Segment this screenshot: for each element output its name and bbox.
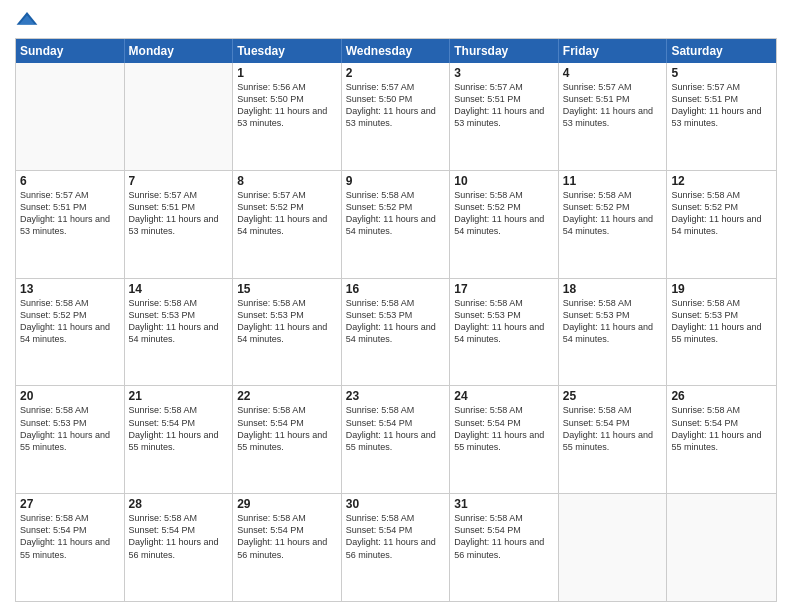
calendar-header: Sunday Monday Tuesday Wednesday Thursday… [16, 39, 776, 63]
cell-info: Sunrise: 5:58 AM Sunset: 5:53 PM Dayligh… [563, 298, 653, 344]
day-number: 17 [454, 282, 554, 296]
day-number: 28 [129, 497, 229, 511]
cell-info: Sunrise: 5:58 AM Sunset: 5:54 PM Dayligh… [346, 405, 436, 451]
cal-cell-4-2: 21Sunrise: 5:58 AM Sunset: 5:54 PM Dayli… [125, 386, 234, 493]
header-tuesday: Tuesday [233, 39, 342, 63]
calendar: Sunday Monday Tuesday Wednesday Thursday… [15, 38, 777, 602]
cell-info: Sunrise: 5:58 AM Sunset: 5:54 PM Dayligh… [346, 513, 436, 559]
week-row-1: 1Sunrise: 5:56 AM Sunset: 5:50 PM Daylig… [16, 63, 776, 170]
cal-cell-1-3: 1Sunrise: 5:56 AM Sunset: 5:50 PM Daylig… [233, 63, 342, 170]
day-number: 1 [237, 66, 337, 80]
cal-cell-1-6: 4Sunrise: 5:57 AM Sunset: 5:51 PM Daylig… [559, 63, 668, 170]
week-row-3: 13Sunrise: 5:58 AM Sunset: 5:52 PM Dayli… [16, 278, 776, 386]
day-number: 5 [671, 66, 772, 80]
logo-icon [15, 10, 39, 30]
cal-cell-4-3: 22Sunrise: 5:58 AM Sunset: 5:54 PM Dayli… [233, 386, 342, 493]
day-number: 30 [346, 497, 446, 511]
cal-cell-5-5: 31Sunrise: 5:58 AM Sunset: 5:54 PM Dayli… [450, 494, 559, 601]
cal-cell-4-5: 24Sunrise: 5:58 AM Sunset: 5:54 PM Dayli… [450, 386, 559, 493]
cell-info: Sunrise: 5:58 AM Sunset: 5:53 PM Dayligh… [129, 298, 219, 344]
day-number: 15 [237, 282, 337, 296]
cal-cell-5-1: 27Sunrise: 5:58 AM Sunset: 5:54 PM Dayli… [16, 494, 125, 601]
header-sunday: Sunday [16, 39, 125, 63]
cal-cell-5-7 [667, 494, 776, 601]
cal-cell-1-1 [16, 63, 125, 170]
cell-info: Sunrise: 5:58 AM Sunset: 5:52 PM Dayligh… [346, 190, 436, 236]
cal-cell-4-7: 26Sunrise: 5:58 AM Sunset: 5:54 PM Dayli… [667, 386, 776, 493]
cell-info: Sunrise: 5:58 AM Sunset: 5:54 PM Dayligh… [129, 405, 219, 451]
cell-info: Sunrise: 5:58 AM Sunset: 5:53 PM Dayligh… [20, 405, 110, 451]
day-number: 21 [129, 389, 229, 403]
header [15, 10, 777, 30]
cal-cell-2-4: 9Sunrise: 5:58 AM Sunset: 5:52 PM Daylig… [342, 171, 451, 278]
cell-info: Sunrise: 5:58 AM Sunset: 5:52 PM Dayligh… [20, 298, 110, 344]
cell-info: Sunrise: 5:58 AM Sunset: 5:54 PM Dayligh… [671, 405, 761, 451]
week-row-4: 20Sunrise: 5:58 AM Sunset: 5:53 PM Dayli… [16, 385, 776, 493]
cal-cell-1-5: 3Sunrise: 5:57 AM Sunset: 5:51 PM Daylig… [450, 63, 559, 170]
cell-info: Sunrise: 5:58 AM Sunset: 5:54 PM Dayligh… [237, 513, 327, 559]
calendar-body: 1Sunrise: 5:56 AM Sunset: 5:50 PM Daylig… [16, 63, 776, 601]
cal-cell-2-3: 8Sunrise: 5:57 AM Sunset: 5:52 PM Daylig… [233, 171, 342, 278]
page: Sunday Monday Tuesday Wednesday Thursday… [0, 0, 792, 612]
day-number: 9 [346, 174, 446, 188]
cell-info: Sunrise: 5:58 AM Sunset: 5:53 PM Dayligh… [671, 298, 761, 344]
cal-cell-5-6 [559, 494, 668, 601]
cal-cell-1-7: 5Sunrise: 5:57 AM Sunset: 5:51 PM Daylig… [667, 63, 776, 170]
cal-cell-5-4: 30Sunrise: 5:58 AM Sunset: 5:54 PM Dayli… [342, 494, 451, 601]
day-number: 22 [237, 389, 337, 403]
day-number: 23 [346, 389, 446, 403]
cal-cell-1-2 [125, 63, 234, 170]
cell-info: Sunrise: 5:57 AM Sunset: 5:51 PM Dayligh… [20, 190, 110, 236]
cal-cell-3-5: 17Sunrise: 5:58 AM Sunset: 5:53 PM Dayli… [450, 279, 559, 386]
day-number: 27 [20, 497, 120, 511]
day-number: 7 [129, 174, 229, 188]
day-number: 3 [454, 66, 554, 80]
cell-info: Sunrise: 5:58 AM Sunset: 5:52 PM Dayligh… [671, 190, 761, 236]
cell-info: Sunrise: 5:58 AM Sunset: 5:54 PM Dayligh… [563, 405, 653, 451]
cal-cell-2-1: 6Sunrise: 5:57 AM Sunset: 5:51 PM Daylig… [16, 171, 125, 278]
cal-cell-3-4: 16Sunrise: 5:58 AM Sunset: 5:53 PM Dayli… [342, 279, 451, 386]
cell-info: Sunrise: 5:58 AM Sunset: 5:54 PM Dayligh… [454, 513, 544, 559]
cell-info: Sunrise: 5:58 AM Sunset: 5:52 PM Dayligh… [563, 190, 653, 236]
day-number: 6 [20, 174, 120, 188]
cell-info: Sunrise: 5:57 AM Sunset: 5:50 PM Dayligh… [346, 82, 436, 128]
cell-info: Sunrise: 5:58 AM Sunset: 5:54 PM Dayligh… [454, 405, 544, 451]
cal-cell-2-2: 7Sunrise: 5:57 AM Sunset: 5:51 PM Daylig… [125, 171, 234, 278]
day-number: 31 [454, 497, 554, 511]
day-number: 25 [563, 389, 663, 403]
cal-cell-4-4: 23Sunrise: 5:58 AM Sunset: 5:54 PM Dayli… [342, 386, 451, 493]
day-number: 2 [346, 66, 446, 80]
cal-cell-4-6: 25Sunrise: 5:58 AM Sunset: 5:54 PM Dayli… [559, 386, 668, 493]
cell-info: Sunrise: 5:57 AM Sunset: 5:51 PM Dayligh… [454, 82, 544, 128]
cal-cell-3-7: 19Sunrise: 5:58 AM Sunset: 5:53 PM Dayli… [667, 279, 776, 386]
cell-info: Sunrise: 5:58 AM Sunset: 5:54 PM Dayligh… [129, 513, 219, 559]
cell-info: Sunrise: 5:58 AM Sunset: 5:53 PM Dayligh… [346, 298, 436, 344]
day-number: 4 [563, 66, 663, 80]
cal-cell-5-2: 28Sunrise: 5:58 AM Sunset: 5:54 PM Dayli… [125, 494, 234, 601]
cal-cell-4-1: 20Sunrise: 5:58 AM Sunset: 5:53 PM Dayli… [16, 386, 125, 493]
day-number: 8 [237, 174, 337, 188]
cell-info: Sunrise: 5:57 AM Sunset: 5:51 PM Dayligh… [671, 82, 761, 128]
header-saturday: Saturday [667, 39, 776, 63]
day-number: 29 [237, 497, 337, 511]
cell-info: Sunrise: 5:58 AM Sunset: 5:53 PM Dayligh… [237, 298, 327, 344]
cal-cell-3-1: 13Sunrise: 5:58 AM Sunset: 5:52 PM Dayli… [16, 279, 125, 386]
week-row-2: 6Sunrise: 5:57 AM Sunset: 5:51 PM Daylig… [16, 170, 776, 278]
cal-cell-2-7: 12Sunrise: 5:58 AM Sunset: 5:52 PM Dayli… [667, 171, 776, 278]
cell-info: Sunrise: 5:58 AM Sunset: 5:54 PM Dayligh… [20, 513, 110, 559]
day-number: 11 [563, 174, 663, 188]
cal-cell-2-6: 11Sunrise: 5:58 AM Sunset: 5:52 PM Dayli… [559, 171, 668, 278]
day-number: 16 [346, 282, 446, 296]
day-number: 24 [454, 389, 554, 403]
cell-info: Sunrise: 5:58 AM Sunset: 5:52 PM Dayligh… [454, 190, 544, 236]
cal-cell-3-6: 18Sunrise: 5:58 AM Sunset: 5:53 PM Dayli… [559, 279, 668, 386]
day-number: 14 [129, 282, 229, 296]
header-monday: Monday [125, 39, 234, 63]
day-number: 10 [454, 174, 554, 188]
header-friday: Friday [559, 39, 668, 63]
cell-info: Sunrise: 5:57 AM Sunset: 5:51 PM Dayligh… [129, 190, 219, 236]
cal-cell-2-5: 10Sunrise: 5:58 AM Sunset: 5:52 PM Dayli… [450, 171, 559, 278]
cell-info: Sunrise: 5:57 AM Sunset: 5:51 PM Dayligh… [563, 82, 653, 128]
cal-cell-5-3: 29Sunrise: 5:58 AM Sunset: 5:54 PM Dayli… [233, 494, 342, 601]
cell-info: Sunrise: 5:58 AM Sunset: 5:54 PM Dayligh… [237, 405, 327, 451]
